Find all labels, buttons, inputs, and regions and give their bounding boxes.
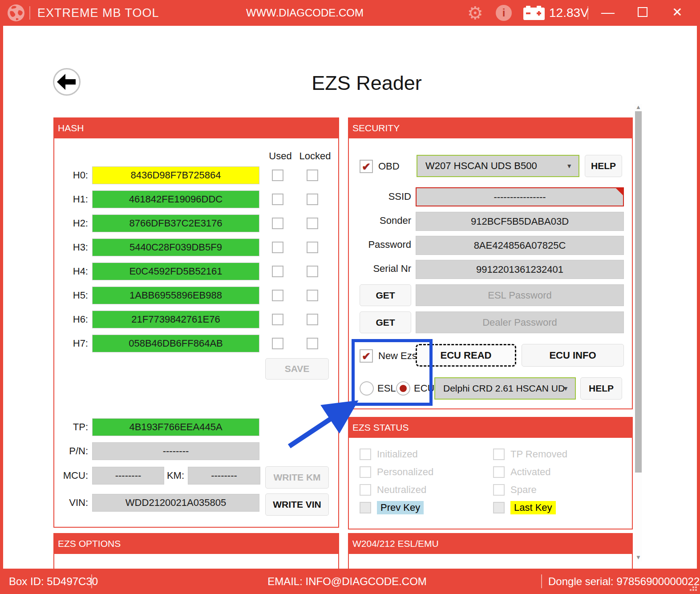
hash-value-field[interactable]: 8766DFB37C2E3176 bbox=[92, 214, 259, 232]
used-checkbox[interactable] bbox=[272, 290, 283, 301]
chevron-down-icon: ▼ bbox=[566, 156, 572, 176]
locked-checkbox[interactable] bbox=[307, 266, 318, 277]
neutralized-checkbox[interactable] bbox=[360, 484, 371, 496]
vertical-scrollbar[interactable]: ▲ ▼ bbox=[635, 104, 642, 562]
ecu-info-button[interactable]: ECU INFO bbox=[522, 344, 624, 367]
used-checkbox[interactable] bbox=[272, 242, 283, 253]
get-esl-password-button[interactable]: GET bbox=[360, 284, 411, 306]
tp-field[interactable]: 4B193F766EEA445A bbox=[92, 418, 259, 436]
password-field[interactable]: 8AE424856A07825C bbox=[416, 236, 624, 255]
pn-label: P/N: bbox=[54, 442, 88, 460]
hash-row-label: H3: bbox=[54, 238, 88, 256]
locked-checkbox[interactable] bbox=[307, 290, 318, 301]
help-button-2[interactable]: HELP bbox=[580, 377, 622, 400]
hash-row-label: H1: bbox=[54, 190, 88, 208]
dongle-serial-label: Dongle serial: 9785690000002222 bbox=[548, 569, 700, 594]
serial-nr-label: Serial Nr bbox=[361, 260, 411, 278]
locked-checkbox[interactable] bbox=[307, 314, 318, 325]
tp-removed-checkbox[interactable] bbox=[493, 449, 505, 460]
mcu-label: MCU: bbox=[54, 467, 88, 485]
locked-checkbox[interactable] bbox=[307, 170, 318, 181]
locked-checkbox[interactable] bbox=[307, 218, 318, 229]
ssid-field[interactable]: ---------------- bbox=[416, 187, 624, 206]
app-title: EXTREME MB TOOL bbox=[37, 0, 159, 26]
write-km-button[interactable]: WRITE KM bbox=[265, 466, 329, 489]
back-button[interactable] bbox=[53, 68, 81, 96]
voltage-readout: 12.83V bbox=[549, 0, 589, 26]
dealer-password-field[interactable]: Dealer Password bbox=[416, 311, 624, 333]
spare-checkbox[interactable] bbox=[493, 484, 505, 496]
ezs-options-panel: EZS OPTIONS bbox=[53, 533, 339, 569]
scroll-down-icon[interactable]: ▼ bbox=[635, 554, 642, 561]
pn-field[interactable]: -------- bbox=[92, 442, 259, 460]
back-arrow-icon bbox=[54, 69, 79, 94]
esl-password-field[interactable]: ESL Password bbox=[416, 284, 624, 306]
last-key-checkbox[interactable] bbox=[493, 502, 505, 513]
scroll-up-icon[interactable]: ▲ bbox=[635, 104, 642, 110]
locked-column-header: Locked bbox=[297, 150, 333, 162]
km-label: KM: bbox=[162, 467, 184, 485]
get-dealer-password-button[interactable]: GET bbox=[360, 311, 411, 333]
used-checkbox[interactable] bbox=[272, 194, 283, 205]
hash-panel-title: HASH bbox=[53, 117, 339, 138]
sonder-label: Sonder bbox=[361, 212, 411, 230]
used-column-header: Used bbox=[267, 150, 294, 162]
hash-value-field[interactable]: E0C4592FD5B52161 bbox=[92, 263, 259, 280]
serial-nr-field[interactable]: 9912201361232401 bbox=[416, 260, 624, 279]
chevron-down-icon: ▼ bbox=[562, 378, 569, 399]
hash-value-field[interactable]: 1ABB6955896EB988 bbox=[92, 287, 259, 304]
used-checkbox[interactable] bbox=[272, 218, 283, 229]
tp-removed-label: TP Removed bbox=[510, 448, 567, 461]
spare-label: Spare bbox=[510, 484, 537, 496]
hash-value-field[interactable]: 21F7739842761E76 bbox=[92, 311, 259, 328]
ecu-type-value: Delphi CRD 2.61 HSCAN UD bbox=[443, 383, 565, 393]
globe-icon bbox=[7, 4, 25, 24]
hash-panel: HASH Used Locked H0: 8436D98F7B725864 H1… bbox=[53, 117, 339, 528]
box-id-label: Box ID: 5D497C30 bbox=[9, 569, 98, 594]
used-checkbox[interactable] bbox=[272, 314, 283, 325]
vin-field[interactable]: WDD2120021A035805 bbox=[92, 494, 259, 512]
obd-protocol-dropdown[interactable]: W207 HSCAN UDS B500 ▼ bbox=[417, 155, 579, 177]
info-icon[interactable]: i bbox=[496, 5, 512, 21]
used-checkbox[interactable] bbox=[272, 338, 283, 349]
maximize-button[interactable] bbox=[633, 0, 652, 26]
personalized-checkbox[interactable] bbox=[360, 466, 371, 478]
used-checkbox[interactable] bbox=[272, 266, 283, 277]
mcu-field[interactable]: -------- bbox=[92, 467, 164, 485]
write-vin-button[interactable]: WRITE VIN bbox=[265, 493, 329, 516]
close-button[interactable]: ✕ bbox=[668, 0, 687, 26]
resize-grip-icon[interactable] bbox=[688, 582, 698, 592]
website-label: WWW.DIAGCODE.COM bbox=[200, 0, 409, 26]
hash-value-field[interactable]: 461842FE19096DDC bbox=[92, 190, 259, 208]
ssid-error-corner bbox=[615, 188, 623, 196]
hash-value-field[interactable]: 5440C28F039DB5F9 bbox=[92, 238, 259, 256]
hash-row-label: H7: bbox=[54, 335, 88, 352]
password-label: Password bbox=[361, 236, 411, 254]
km-field[interactable]: -------- bbox=[188, 467, 260, 485]
locked-checkbox[interactable] bbox=[307, 194, 318, 205]
prev-key-checkbox[interactable] bbox=[360, 502, 371, 513]
ezs-status-panel-title: EZS STATUS bbox=[348, 417, 633, 438]
main-content: EZS Reader HASH Used Locked H0: 8436D98F… bbox=[0, 26, 700, 569]
tp-label: TP: bbox=[54, 418, 88, 436]
minimize-button[interactable]: — bbox=[598, 0, 618, 26]
sonder-field[interactable]: 912BCF5B5DABA03D bbox=[416, 212, 624, 231]
obd-checkbox[interactable] bbox=[360, 160, 373, 173]
statusbar-divider bbox=[91, 574, 92, 588]
obd-protocol-value: W207 HSCAN UDS B500 bbox=[425, 160, 537, 171]
titlebar: EXTREME MB TOOL WWW.DIAGCODE.COM ⚙ i 12.… bbox=[0, 0, 700, 26]
locked-checkbox[interactable] bbox=[307, 338, 318, 349]
hash-value-field[interactable]: 058B46DB6FF864AB bbox=[92, 335, 259, 352]
scrollbar-thumb[interactable] bbox=[635, 111, 642, 473]
ecu-type-dropdown[interactable]: Delphi CRD 2.61 HSCAN UD ▼ bbox=[434, 377, 576, 400]
esl-emu-panel: W204/212 ESL/EMU bbox=[348, 533, 633, 569]
statusbar: Box ID: 5D497C30 EMAIL: INFO@DIAGCODE.CO… bbox=[0, 569, 700, 594]
activated-checkbox[interactable] bbox=[493, 466, 505, 478]
used-checkbox[interactable] bbox=[272, 170, 283, 181]
help-button[interactable]: HELP bbox=[585, 155, 622, 177]
hash-row-label: H0: bbox=[54, 166, 88, 184]
vin-label: VIN: bbox=[54, 494, 88, 512]
settings-gear-icon[interactable]: ⚙ bbox=[465, 0, 485, 26]
locked-checkbox[interactable] bbox=[307, 242, 318, 253]
hash-value-field[interactable]: 8436D98F7B725864 bbox=[92, 166, 259, 184]
